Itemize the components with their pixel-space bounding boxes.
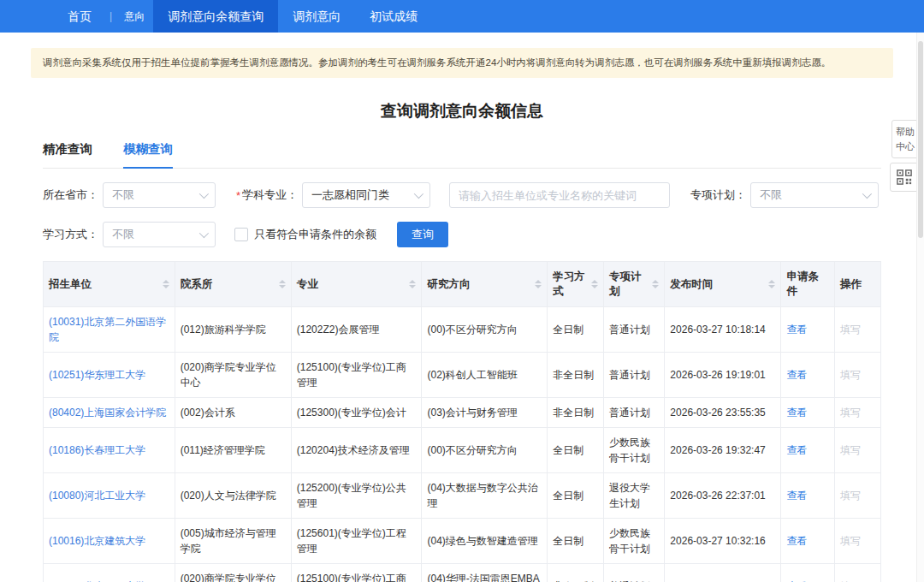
unit-link[interactable]: (10251)华东理工大学 <box>49 369 145 381</box>
tab-1[interactable]: 精准查询 <box>43 141 92 168</box>
unit-link[interactable]: (80402)上海国家会计学院 <box>49 407 166 419</box>
unit-link[interactable]: (10080)河北工业大学 <box>49 490 145 502</box>
cell-published: 2026-03-26 23:55:35 <box>665 398 781 428</box>
column-header[interactable]: 招生单位 <box>44 262 175 307</box>
column-header[interactable]: 研究方向 <box>422 262 548 307</box>
cell-direction: (04)大数据与数字公共治理 <box>422 473 548 519</box>
fill-link[interactable]: 填写 <box>840 535 861 547</box>
results-table-body: (10031)北京第二外国语学院(012)旅游科学学院(1202Z2)会展管理(… <box>44 307 881 582</box>
column-header[interactable]: 学习方式 <box>548 262 604 307</box>
cell-direction: (04)绿色与数智建造管理 <box>422 519 548 564</box>
filter-row-1: 所在省市： 不限 * 学科专业： 一志愿相同门类 专项计划： 不限 <box>43 182 881 208</box>
column-header-label: 专业 <box>297 277 318 292</box>
table-row: (10080)河北工业大学(020)人文与法律学院(125200)(专业学位)公… <box>44 473 881 519</box>
cell-operation: 填写 <box>835 473 881 519</box>
unit-link[interactable]: (10186)长春理工大学 <box>49 444 145 456</box>
view-link[interactable]: 查看 <box>786 535 807 547</box>
nav-item-4[interactable]: 调剂意向 <box>278 0 355 33</box>
cell-operation: 填写 <box>835 353 881 398</box>
cell-apply-condition: 查看 <box>781 428 835 473</box>
cell-published: 2026-03-26 22:37:01 <box>665 473 781 519</box>
table-row: (10251)华东理工大学(020)商学院专业学位中心(125100)(专业学位… <box>44 564 881 582</box>
fill-link[interactable]: 填写 <box>840 407 861 419</box>
view-link[interactable]: 查看 <box>786 324 807 336</box>
sort-icon[interactable] <box>279 280 286 288</box>
cell-apply-condition: 查看 <box>781 564 835 582</box>
cell-dept: (011)经济管理学院 <box>175 428 291 473</box>
view-link[interactable]: 查看 <box>786 490 807 502</box>
cell-plan: 少数民族骨干计划 <box>603 428 664 473</box>
cell-study_mode: 全日制 <box>548 307 604 353</box>
nav-item-3[interactable]: 调剂意向余额查询 <box>153 0 278 33</box>
cell-plan: 普通计划 <box>603 307 664 353</box>
cell-direction: (02)科创人工智能班 <box>422 353 548 398</box>
view-link[interactable]: 查看 <box>786 407 807 419</box>
view-link[interactable]: 查看 <box>786 369 807 381</box>
fill-link[interactable]: 填写 <box>840 490 861 502</box>
cell-dept: (020)商学院专业学位中心 <box>175 353 291 398</box>
study-mode-select[interactable]: 不限 <box>103 222 216 247</box>
cell-dept: (005)城市经济与管理学院 <box>175 519 291 564</box>
column-header-label: 研究方向 <box>427 277 470 292</box>
cell-direction: (03)会计与财务管理 <box>422 398 548 428</box>
nav-item-1[interactable]: 首页 <box>53 0 106 33</box>
cell-unit: (10080)河北工业大学 <box>44 473 175 519</box>
scrollbar[interactable] <box>916 33 924 582</box>
unit-link[interactable]: (10031)北京第二外国语学院 <box>49 316 166 343</box>
sort-icon[interactable] <box>591 280 598 288</box>
sort-icon[interactable] <box>163 280 169 288</box>
cell-major: (125100)(专业学位)工商管理 <box>291 564 422 582</box>
cell-published: 2026-03-27 10:18:14 <box>665 307 781 353</box>
column-header[interactable]: 发布时间 <box>665 262 781 307</box>
province-select[interactable]: 不限 <box>103 182 216 208</box>
scrollbar-thumb[interactable] <box>918 41 923 238</box>
cell-operation: 填写 <box>835 428 881 473</box>
cell-dept: (002)会计系 <box>175 398 291 428</box>
view-link[interactable]: 查看 <box>786 444 807 456</box>
top-nav: 首页|意向调剂意向余额查询调剂意向初试成绩 <box>0 0 924 33</box>
cell-study_mode: 非全日制 <box>548 353 604 398</box>
fill-link[interactable]: 填写 <box>840 324 861 336</box>
cell-plan: 普通计划 <box>603 564 664 582</box>
notice-bar: 调剂意向采集系统仅用于招生单位提前掌握考生调剂意愿情况。参加调剂的考生可在调剂服… <box>31 48 893 78</box>
cell-unit: (10186)长春理工大学 <box>44 428 175 473</box>
nav-divider: | <box>110 0 112 33</box>
keyword-input[interactable] <box>449 182 670 208</box>
cell-published: 2026-03-27 10:32:16 <box>665 519 781 564</box>
column-header: 操作 <box>835 262 881 307</box>
sort-icon[interactable] <box>535 280 542 288</box>
cell-study_mode: 全日制 <box>548 519 604 564</box>
sort-icon[interactable] <box>409 280 416 288</box>
sort-icon[interactable] <box>768 280 775 288</box>
cell-dept: (020)商学院专业学位中心 <box>175 564 291 582</box>
sort-icon[interactable] <box>652 280 659 288</box>
special-plan-select[interactable]: 不限 <box>750 182 879 208</box>
study-mode-select-value: 不限 <box>112 227 134 242</box>
fill-link[interactable]: 填写 <box>840 369 861 381</box>
cell-major: (125100)(专业学位)工商管理 <box>291 353 422 398</box>
column-header[interactable]: 院系所 <box>175 262 291 307</box>
tab-2[interactable]: 模糊查询 <box>123 141 173 169</box>
subject-select[interactable]: 一志愿相同门类 <box>302 182 430 208</box>
filter-row-2: 学习方式： 不限 只看符合申请条件的余额 查询 <box>43 222 881 247</box>
unit-link[interactable]: (10016)北京建筑大学 <box>49 535 145 547</box>
eligible-only-checkbox[interactable] <box>234 228 248 241</box>
nav-item-5[interactable]: 初试成绩 <box>355 0 432 33</box>
cell-operation: 填写 <box>835 564 881 582</box>
column-header[interactable]: 专项计划 <box>603 262 664 307</box>
cell-study_mode: 非全日制 <box>548 398 604 428</box>
cell-operation: 填写 <box>835 519 881 564</box>
subject-label: 学科专业： <box>242 187 298 203</box>
qr-code-button[interactable] <box>890 163 919 192</box>
cell-unit: (80402)上海国家会计学院 <box>44 398 175 428</box>
page-title: 查询调剂意向余额信息 <box>0 100 924 122</box>
fill-link[interactable]: 填写 <box>840 444 861 456</box>
cell-major: (1202Z2)会展管理 <box>291 307 422 353</box>
column-header[interactable]: 专业 <box>291 262 422 307</box>
nav-item-2[interactable]: 意向 <box>116 0 153 33</box>
help-center-button[interactable]: 帮助中心 <box>891 120 919 158</box>
chevron-down-icon <box>414 189 424 199</box>
search-button[interactable]: 查询 <box>397 222 448 247</box>
page: 首页|意向调剂意向余额查询调剂意向初试成绩 调剂意向采集系统仅用于招生单位提前掌… <box>0 0 924 582</box>
results-table: 招生单位院系所专业研究方向学习方式专项计划发布时间申请条件操作 (10031)北… <box>43 261 881 582</box>
